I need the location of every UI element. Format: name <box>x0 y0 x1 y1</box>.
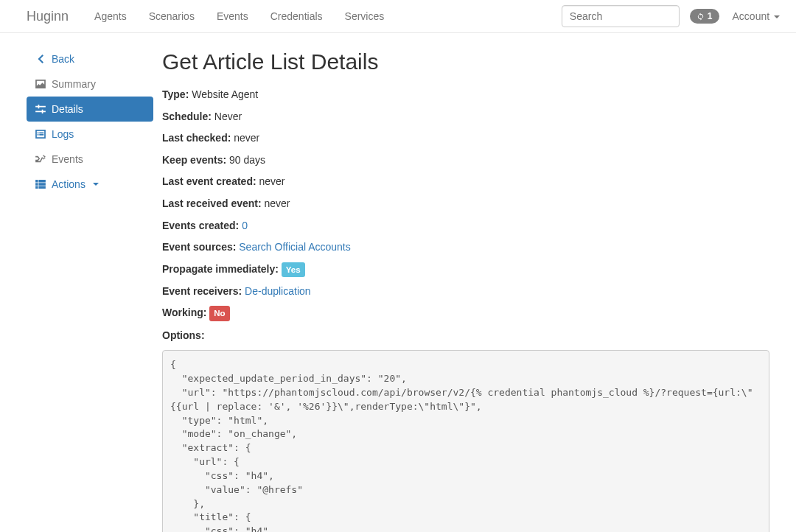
propagate-badge: Yes <box>282 262 305 277</box>
chevron-left-icon <box>35 55 46 63</box>
prop-schedule: Schedule: Never <box>162 110 769 125</box>
refresh-icon <box>696 13 705 21</box>
search-input[interactable] <box>562 5 680 27</box>
nav-links: Agents Scenarios Events Credentials Serv… <box>83 1 395 32</box>
nav-agents[interactable]: Agents <box>83 1 138 32</box>
prop-lasteventcreated: Last event created: never <box>162 175 769 189</box>
sidebar-summary-label: Summary <box>52 78 96 90</box>
nav-scenarios[interactable]: Scenarios <box>138 1 206 32</box>
prop-propagate: Propagate immediately: Yes <box>162 262 769 277</box>
sidebar-logs-label: Logs <box>52 128 74 140</box>
nav-events[interactable]: Events <box>206 1 259 32</box>
sidebar-back-label: Back <box>52 53 74 65</box>
prop-working: Working: No <box>162 306 769 321</box>
chevron-down-icon <box>774 15 780 18</box>
prop-eventreceivers: Event receivers: De-duplication <box>162 284 769 299</box>
nav-services[interactable]: Services <box>334 1 396 32</box>
account-dropdown[interactable]: Account <box>730 1 783 32</box>
sidebar-logs[interactable]: Logs <box>27 122 153 147</box>
account-label: Account <box>733 10 770 22</box>
sidebar-back[interactable]: Back <box>27 46 153 71</box>
th-list-icon <box>35 180 46 189</box>
page-title: Get Article List Details <box>162 49 769 74</box>
brand[interactable]: Huginn <box>27 9 69 24</box>
event-receivers-link[interactable]: De-duplication <box>245 285 311 297</box>
prop-type: Type: Website Agent <box>162 88 769 102</box>
sidebar-details[interactable]: Details <box>27 97 153 122</box>
event-sources-link[interactable]: Search Official Accounts <box>239 241 350 253</box>
sidebar-summary[interactable]: Summary <box>27 71 153 97</box>
page-container: Back Summary Details Logs <box>0 33 796 532</box>
sidebar-events[interactable]: Events <box>27 147 153 172</box>
picture-icon <box>35 80 46 88</box>
sidebar-events-label: Events <box>52 153 83 165</box>
sidebar-details-label: Details <box>52 103 83 115</box>
list-alt-icon <box>35 130 46 139</box>
prop-eventsources: Event sources: Search Official Accounts <box>162 240 769 255</box>
random-icon <box>35 155 46 164</box>
sidebar: Back Summary Details Logs <box>27 46 153 532</box>
chevron-down-icon <box>93 183 99 186</box>
nav-right: 1 Account <box>562 1 783 32</box>
nav-credentials[interactable]: Credentials <box>259 1 334 32</box>
prop-lastreceived: Last received event: never <box>162 197 769 211</box>
working-badge: No <box>209 306 229 321</box>
sliders-icon <box>35 105 46 113</box>
events-created-link[interactable]: 0 <box>242 220 248 231</box>
prop-keepevents: Keep events: 90 days <box>162 153 769 168</box>
options-json: { "expected_update_period_in_days": "20"… <box>162 350 769 532</box>
main-content: Get Article List Details Type: Website A… <box>162 46 769 532</box>
navbar: Huginn Agents Scenarios Events Credentia… <box>0 0 796 33</box>
prop-lastchecked: Last checked: never <box>162 131 769 146</box>
prop-eventscreated: Events created: 0 <box>162 219 769 234</box>
sidebar-actions-label: Actions <box>52 178 85 190</box>
refresh-badge[interactable]: 1 <box>690 9 719 24</box>
sidebar-actions[interactable]: Actions <box>27 172 153 197</box>
refresh-count: 1 <box>708 11 713 21</box>
prop-options: Options: <box>162 329 769 343</box>
